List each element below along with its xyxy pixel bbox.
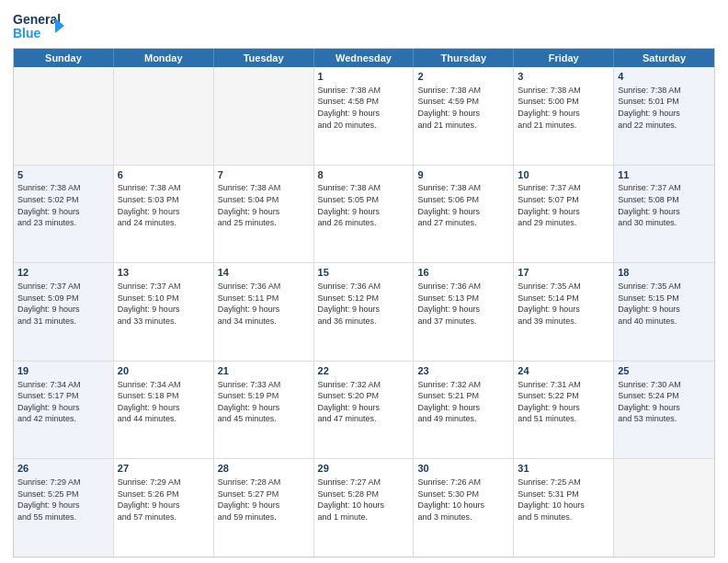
day-cell-6: 6Sunrise: 7:38 AM Sunset: 5:03 PM Daylig… <box>114 166 214 263</box>
day-number: 24 <box>518 364 609 378</box>
day-info: Sunrise: 7:32 AM Sunset: 5:21 PM Dayligh… <box>417 379 509 425</box>
day-number: 13 <box>118 266 210 280</box>
day-info: Sunrise: 7:37 AM Sunset: 5:09 PM Dayligh… <box>17 281 109 327</box>
calendar-week-4: 19Sunrise: 7:34 AM Sunset: 5:17 PM Dayli… <box>14 361 714 459</box>
logo-svg: GeneralBlue <box>13 9 68 42</box>
day-number: 3 <box>518 70 609 84</box>
day-info: Sunrise: 7:38 AM Sunset: 5:02 PM Dayligh… <box>17 182 109 228</box>
empty-cell <box>114 67 214 165</box>
day-info: Sunrise: 7:38 AM Sunset: 5:01 PM Dayligh… <box>618 85 711 131</box>
day-cell-20: 20Sunrise: 7:34 AM Sunset: 5:18 PM Dayli… <box>114 362 214 459</box>
day-info: Sunrise: 7:35 AM Sunset: 5:15 PM Dayligh… <box>618 281 711 327</box>
day-info: Sunrise: 7:36 AM Sunset: 5:12 PM Dayligh… <box>318 281 410 327</box>
day-info: Sunrise: 7:38 AM Sunset: 5:05 PM Dayligh… <box>318 182 410 228</box>
day-cell-28: 28Sunrise: 7:28 AM Sunset: 5:27 PM Dayli… <box>214 459 314 557</box>
day-cell-14: 14Sunrise: 7:36 AM Sunset: 5:11 PM Dayli… <box>214 263 314 361</box>
calendar-week-2: 5Sunrise: 7:38 AM Sunset: 5:02 PM Daylig… <box>14 165 714 263</box>
header-cell-wednesday: Wednesday <box>314 49 415 67</box>
day-number: 6 <box>118 168 210 182</box>
day-info: Sunrise: 7:28 AM Sunset: 5:27 PM Dayligh… <box>218 477 310 523</box>
day-number: 16 <box>417 266 509 280</box>
day-number: 31 <box>518 462 609 476</box>
day-number: 23 <box>417 364 509 378</box>
day-number: 1 <box>318 70 410 84</box>
header-cell-sunday: Sunday <box>14 49 114 67</box>
day-number: 17 <box>518 266 609 280</box>
header-cell-monday: Monday <box>114 49 214 67</box>
day-cell-4: 4Sunrise: 7:38 AM Sunset: 5:01 PM Daylig… <box>614 67 714 165</box>
day-number: 22 <box>318 364 410 378</box>
day-info: Sunrise: 7:26 AM Sunset: 5:30 PM Dayligh… <box>417 477 509 523</box>
empty-cell <box>614 459 714 557</box>
page: GeneralBlue SundayMondayTuesdayWednesday… <box>0 0 728 563</box>
day-info: Sunrise: 7:31 AM Sunset: 5:22 PM Dayligh… <box>518 379 609 425</box>
calendar-week-5: 26Sunrise: 7:29 AM Sunset: 5:25 PM Dayli… <box>14 458 714 557</box>
day-cell-21: 21Sunrise: 7:33 AM Sunset: 5:19 PM Dayli… <box>214 362 314 459</box>
day-cell-24: 24Sunrise: 7:31 AM Sunset: 5:22 PM Dayli… <box>514 362 614 459</box>
day-number: 2 <box>417 70 509 84</box>
day-cell-18: 18Sunrise: 7:35 AM Sunset: 5:15 PM Dayli… <box>614 263 714 361</box>
header-cell-friday: Friday <box>514 49 614 67</box>
day-info: Sunrise: 7:37 AM Sunset: 5:08 PM Dayligh… <box>618 182 711 228</box>
day-cell-3: 3Sunrise: 7:38 AM Sunset: 5:00 PM Daylig… <box>514 67 614 165</box>
day-cell-9: 9Sunrise: 7:38 AM Sunset: 5:06 PM Daylig… <box>414 166 514 263</box>
day-number: 8 <box>318 168 410 182</box>
day-info: Sunrise: 7:35 AM Sunset: 5:14 PM Dayligh… <box>518 281 609 327</box>
day-number: 7 <box>218 168 310 182</box>
empty-cell <box>214 67 314 165</box>
svg-text:General: General <box>13 12 61 27</box>
day-info: Sunrise: 7:38 AM Sunset: 4:59 PM Dayligh… <box>417 85 509 131</box>
day-info: Sunrise: 7:34 AM Sunset: 5:17 PM Dayligh… <box>17 379 109 425</box>
day-cell-31: 31Sunrise: 7:25 AM Sunset: 5:31 PM Dayli… <box>514 459 614 557</box>
day-number: 20 <box>118 364 210 378</box>
day-cell-29: 29Sunrise: 7:27 AM Sunset: 5:28 PM Dayli… <box>314 459 415 557</box>
day-info: Sunrise: 7:36 AM Sunset: 5:11 PM Dayligh… <box>218 281 310 327</box>
header-cell-saturday: Saturday <box>614 49 714 67</box>
day-cell-1: 1Sunrise: 7:38 AM Sunset: 4:58 PM Daylig… <box>314 67 415 165</box>
day-info: Sunrise: 7:30 AM Sunset: 5:24 PM Dayligh… <box>618 379 711 425</box>
day-info: Sunrise: 7:38 AM Sunset: 5:04 PM Dayligh… <box>218 182 310 228</box>
day-number: 19 <box>17 364 109 378</box>
day-number: 9 <box>417 168 509 182</box>
day-number: 21 <box>218 364 310 378</box>
day-number: 26 <box>17 462 109 476</box>
day-number: 28 <box>218 462 310 476</box>
day-info: Sunrise: 7:34 AM Sunset: 5:18 PM Dayligh… <box>118 379 210 425</box>
day-cell-11: 11Sunrise: 7:37 AM Sunset: 5:08 PM Dayli… <box>614 166 714 263</box>
day-info: Sunrise: 7:38 AM Sunset: 5:06 PM Dayligh… <box>417 182 509 228</box>
header: GeneralBlue <box>13 9 715 42</box>
day-number: 18 <box>618 266 711 280</box>
day-info: Sunrise: 7:27 AM Sunset: 5:28 PM Dayligh… <box>318 477 410 523</box>
day-cell-12: 12Sunrise: 7:37 AM Sunset: 5:09 PM Dayli… <box>14 263 114 361</box>
day-number: 5 <box>17 168 109 182</box>
day-cell-19: 19Sunrise: 7:34 AM Sunset: 5:17 PM Dayli… <box>14 362 114 459</box>
day-cell-10: 10Sunrise: 7:37 AM Sunset: 5:07 PM Dayli… <box>514 166 614 263</box>
day-number: 25 <box>618 364 711 378</box>
day-number: 4 <box>618 70 711 84</box>
day-cell-15: 15Sunrise: 7:36 AM Sunset: 5:12 PM Dayli… <box>314 263 415 361</box>
day-info: Sunrise: 7:38 AM Sunset: 5:03 PM Dayligh… <box>118 182 210 228</box>
day-info: Sunrise: 7:33 AM Sunset: 5:19 PM Dayligh… <box>218 379 310 425</box>
day-number: 11 <box>618 168 711 182</box>
day-number: 12 <box>17 266 109 280</box>
day-number: 10 <box>518 168 609 182</box>
day-cell-22: 22Sunrise: 7:32 AM Sunset: 5:20 PM Dayli… <box>314 362 415 459</box>
empty-cell <box>14 67 114 165</box>
day-cell-23: 23Sunrise: 7:32 AM Sunset: 5:21 PM Dayli… <box>414 362 514 459</box>
header-cell-tuesday: Tuesday <box>214 49 314 67</box>
day-cell-27: 27Sunrise: 7:29 AM Sunset: 5:26 PM Dayli… <box>114 459 214 557</box>
day-cell-30: 30Sunrise: 7:26 AM Sunset: 5:30 PM Dayli… <box>414 459 514 557</box>
day-info: Sunrise: 7:32 AM Sunset: 5:20 PM Dayligh… <box>318 379 410 425</box>
day-cell-5: 5Sunrise: 7:38 AM Sunset: 5:02 PM Daylig… <box>14 166 114 263</box>
logo: GeneralBlue <box>13 9 68 42</box>
day-info: Sunrise: 7:37 AM Sunset: 5:10 PM Dayligh… <box>118 281 210 327</box>
day-cell-13: 13Sunrise: 7:37 AM Sunset: 5:10 PM Dayli… <box>114 263 214 361</box>
calendar-week-3: 12Sunrise: 7:37 AM Sunset: 5:09 PM Dayli… <box>14 262 714 361</box>
day-cell-7: 7Sunrise: 7:38 AM Sunset: 5:04 PM Daylig… <box>214 166 314 263</box>
svg-text:Blue: Blue <box>13 26 41 40</box>
day-cell-26: 26Sunrise: 7:29 AM Sunset: 5:25 PM Dayli… <box>14 459 114 557</box>
day-info: Sunrise: 7:38 AM Sunset: 4:58 PM Dayligh… <box>318 85 410 131</box>
day-info: Sunrise: 7:25 AM Sunset: 5:31 PM Dayligh… <box>518 477 609 523</box>
day-info: Sunrise: 7:29 AM Sunset: 5:25 PM Dayligh… <box>17 477 109 523</box>
header-cell-thursday: Thursday <box>414 49 514 67</box>
